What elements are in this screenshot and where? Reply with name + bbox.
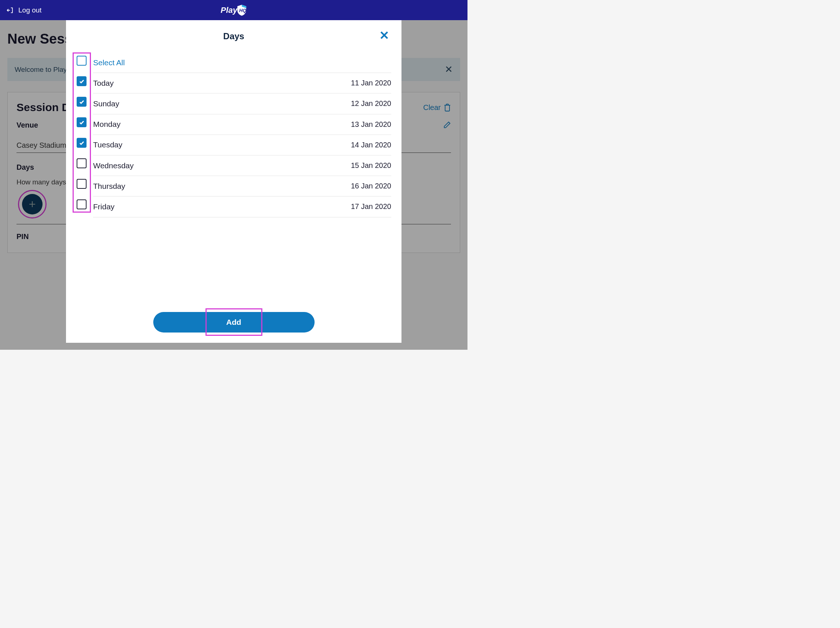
checkbox[interactable] (77, 179, 87, 189)
day-date: 14 Jan 2020 (351, 141, 391, 149)
day-label: Wednesday (93, 161, 134, 170)
day-date: 12 Jan 2020 (351, 99, 391, 108)
logo: Play HQ (221, 5, 247, 16)
day-label: Today (93, 79, 114, 88)
logout-label: Log out (18, 6, 41, 14)
checkbox-highlight (73, 52, 91, 213)
checkbox[interactable] (77, 56, 87, 66)
select-all-label: Select All (93, 58, 125, 67)
checkbox[interactable] (77, 97, 87, 107)
modal-title: Days (223, 31, 244, 41)
select-all-row[interactable]: Select All (93, 52, 391, 73)
app-header: Log out Play HQ (0, 0, 467, 20)
day-row[interactable]: Today11 Jan 2020 (93, 73, 391, 93)
checkbox[interactable] (77, 158, 87, 168)
day-row[interactable]: Monday13 Jan 2020 (93, 114, 391, 135)
day-label: Monday (93, 120, 121, 129)
day-row[interactable]: Friday17 Jan 2020 (93, 197, 391, 217)
checkbox[interactable] (77, 76, 87, 86)
checkbox[interactable] (77, 199, 87, 209)
day-date: 16 Jan 2020 (351, 182, 391, 190)
day-label: Friday (93, 202, 114, 211)
checkbox[interactable] (77, 117, 87, 127)
add-button[interactable]: Add (153, 312, 314, 333)
logo-shield-icon: HQ (237, 5, 247, 16)
day-row[interactable]: Thursday16 Jan 2020 (93, 176, 391, 197)
day-date: 11 Jan 2020 (351, 79, 391, 87)
days-list: Select AllToday11 Jan 2020Sunday12 Jan 2… (76, 52, 391, 218)
logout-button[interactable]: Log out (6, 6, 41, 14)
svg-text:HQ: HQ (239, 8, 246, 13)
modal-footer: Add (76, 312, 391, 333)
close-icon[interactable] (379, 30, 390, 41)
day-date: 13 Jan 2020 (351, 120, 391, 129)
day-date: 15 Jan 2020 (351, 161, 391, 170)
logo-text: Play (221, 5, 237, 15)
day-row[interactable]: Tuesday14 Jan 2020 (93, 135, 391, 155)
checkbox[interactable] (77, 138, 87, 148)
modal-header: Days (76, 31, 391, 41)
day-date: 17 Jan 2020 (351, 202, 391, 211)
day-label: Tuesday (93, 140, 122, 149)
day-row[interactable]: Wednesday15 Jan 2020 (93, 155, 391, 176)
days-modal: Days Select AllToday11 Jan 2020Sunday12 … (66, 20, 401, 343)
day-row[interactable]: Sunday12 Jan 2020 (93, 93, 391, 114)
day-label: Sunday (93, 99, 119, 108)
day-label: Thursday (93, 182, 125, 191)
logout-icon (6, 6, 14, 14)
